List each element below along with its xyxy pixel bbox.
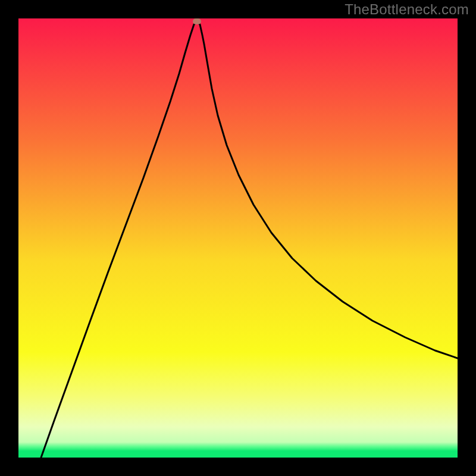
plot-area [18,18,458,458]
watermark-text: TheBottleneck.com [345,1,469,18]
optimal-point-marker [193,18,201,24]
chart-frame: TheBottleneck.com [0,0,476,476]
chart-svg [18,18,458,458]
gradient-background [18,18,458,458]
